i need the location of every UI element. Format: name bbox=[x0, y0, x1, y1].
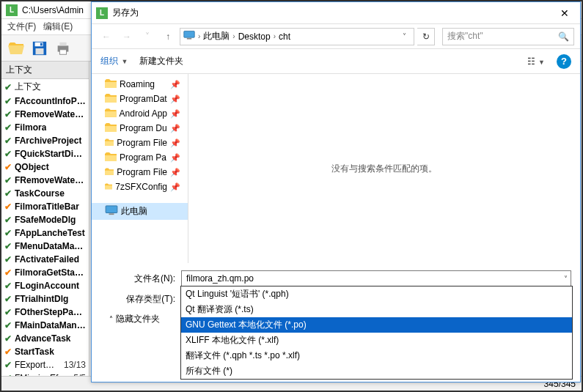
check-icon: ✔ bbox=[4, 122, 12, 133]
context-label: QObject bbox=[15, 162, 49, 172]
pin-icon: 📌 bbox=[170, 80, 180, 89]
check-icon: ✔ bbox=[4, 267, 12, 278]
context-label: FilmoraTitleBar bbox=[15, 201, 79, 212]
tree-item[interactable]: Program File📌 bbox=[92, 136, 188, 150]
save-as-dialog: L 另存为 ✕ ← → ˅ ↑ › 此电脑 › Desktop › cht ˅ … bbox=[91, 1, 581, 382]
svg-rect-9 bbox=[106, 206, 117, 213]
check-icon: ✔ bbox=[4, 201, 12, 212]
print-icon[interactable] bbox=[53, 38, 73, 59]
menu-file[interactable]: 文件(F) bbox=[7, 21, 36, 33]
nav-recent-icon[interactable]: ˅ bbox=[139, 28, 156, 45]
dropdown-option[interactable]: GNU Gettext 本地化文件 (*.po) bbox=[181, 317, 572, 333]
context-row[interactable]: ✔FMenuDataManager bbox=[1, 240, 89, 253]
context-row[interactable]: ✔Filmora bbox=[1, 121, 89, 134]
context-label: StartTask bbox=[15, 347, 54, 357]
tree-item[interactable]: Program Pa📌 bbox=[92, 150, 188, 165]
context-row[interactable]: ✔FQuickStartDialog bbox=[1, 147, 89, 160]
close-button[interactable]: ✕ bbox=[549, 2, 580, 24]
context-row[interactable]: ✔StartTask bbox=[1, 345, 89, 358]
chevron-up-icon: ˄ bbox=[109, 315, 113, 323]
context-row[interactable]: ✔FilmoraGetStarted bbox=[1, 266, 89, 279]
context-label: FArchiveProject bbox=[15, 136, 81, 146]
context-row[interactable]: ✔FRemoveWatermark bbox=[1, 108, 89, 121]
tree-item-label: Roaming bbox=[120, 79, 155, 89]
dropdown-option[interactable]: Qt Linguist '短语书' (*.qph) bbox=[181, 286, 572, 302]
check-icon: ✔ bbox=[4, 254, 12, 265]
tree-item[interactable]: Program File📌 bbox=[92, 165, 188, 180]
context-row[interactable]: ✔FActivateFailed bbox=[1, 253, 89, 266]
nav-back-icon[interactable]: ← bbox=[98, 28, 115, 45]
nav-tree: Roaming📌ProgramDat📌Android App📌Program D… bbox=[92, 74, 188, 263]
breadcrumb[interactable]: › 此电脑 › Desktop › cht ˅ bbox=[180, 28, 414, 45]
filename-input[interactable]: filmora_zh.qm.po ˅ bbox=[181, 270, 571, 286]
new-folder-button[interactable]: 新建文件夹 bbox=[139, 55, 183, 67]
organize-button[interactable]: 组织 ▼ bbox=[100, 55, 128, 67]
tree-item[interactable]: 7zSFXConfig📌 bbox=[92, 180, 188, 194]
context-row[interactable]: ✔FMainDataManager bbox=[1, 319, 89, 332]
dropdown-option[interactable]: 所有文件 (*) bbox=[181, 363, 572, 379]
save-icon[interactable] bbox=[29, 38, 50, 59]
check-icon: ✔ bbox=[4, 241, 12, 251]
nav-up-icon[interactable]: ↑ bbox=[159, 28, 177, 45]
svg-rect-7 bbox=[184, 31, 194, 37]
pin-icon: 📌 bbox=[170, 138, 180, 148]
check-icon: ✔ bbox=[4, 320, 12, 330]
breadcrumb-seg[interactable]: cht bbox=[279, 32, 290, 42]
dialog-toolbar: 组织 ▼ 新建文件夹 ☷ ▼ ? bbox=[92, 49, 580, 74]
chevron-right-icon[interactable]: › bbox=[272, 32, 277, 40]
context-label: FAccountInfoPanel bbox=[15, 96, 86, 106]
context-row[interactable]: ✔FLoginAccount bbox=[1, 279, 89, 292]
bg-title: C:\Users\Admin bbox=[22, 5, 84, 15]
context-row[interactable]: ✔FAccountInfoPanel bbox=[1, 95, 89, 108]
context-row[interactable]: ✔QObject bbox=[1, 160, 89, 174]
context-row[interactable]: ✔FilmoraTitleBar bbox=[1, 200, 89, 213]
context-count: 13/13 bbox=[61, 360, 86, 370]
context-label: FMenuDataManager bbox=[15, 241, 86, 251]
context-label: FTrialhintDlg bbox=[15, 294, 68, 304]
open-icon[interactable] bbox=[6, 38, 26, 59]
context-row[interactable]: ✔FAppLancheTest bbox=[1, 226, 89, 240]
refresh-icon[interactable]: ↻ bbox=[417, 28, 435, 45]
tree-item[interactable]: ProgramDat📌 bbox=[92, 92, 188, 106]
context-label: TaskCourse bbox=[15, 188, 65, 199]
context-row[interactable]: ✔FRemoveWatermark bbox=[1, 174, 89, 187]
context-row[interactable]: ✔FOtherStepPanel bbox=[1, 306, 89, 319]
check-icon: ✔ bbox=[4, 228, 12, 238]
tree-item[interactable]: Android App📌 bbox=[92, 106, 188, 121]
dropdown-option[interactable]: 翻译文件 (*.qph *.ts *.po *.xlf) bbox=[181, 348, 572, 363]
search-input[interactable]: 搜索"cht" 🔍 bbox=[442, 28, 574, 45]
dropdown-option[interactable]: Qt 翻译资源 (*.ts) bbox=[181, 302, 572, 317]
context-row[interactable]: ✔FExportConfirmDlg13/13 bbox=[1, 358, 89, 371]
tree-item-pc[interactable]: 此电脑 bbox=[92, 203, 188, 220]
check-icon: ✔ bbox=[4, 281, 12, 291]
context-row[interactable]: ✔FTrialhintDlg bbox=[1, 292, 89, 306]
file-list-empty: 没有与搜索条件匹配的项。 bbox=[188, 74, 580, 263]
chevron-right-icon[interactable]: › bbox=[197, 32, 202, 40]
context-row[interactable]: ✔上下文 bbox=[1, 79, 89, 95]
view-button[interactable]: ☷ ▼ bbox=[527, 56, 545, 67]
menu-edit[interactable]: 编辑(E) bbox=[43, 21, 73, 33]
chevron-down-icon[interactable]: ˅ bbox=[564, 275, 568, 283]
context-row[interactable]: ✔FSafeModeDlg bbox=[1, 213, 89, 226]
context-row[interactable]: ✔TaskCourse bbox=[1, 187, 89, 200]
context-row[interactable]: ✔FArchiveProject bbox=[1, 134, 89, 147]
tree-item-label: Android App bbox=[120, 108, 167, 119]
context-label: 上下文 bbox=[15, 81, 41, 93]
context-label: FMainDataManager bbox=[15, 320, 86, 330]
svg-rect-2 bbox=[36, 48, 44, 54]
dialog-nav: ← → ˅ ↑ › 此电脑 › Desktop › cht ˅ ↻ 搜索"cht… bbox=[92, 24, 580, 49]
savetype-label: 保存类型(T): bbox=[100, 293, 181, 306]
nav-forward-icon[interactable]: → bbox=[118, 28, 136, 45]
breadcrumb-seg[interactable]: Desktop bbox=[238, 32, 271, 42]
tree-item[interactable]: Program Du📌 bbox=[92, 121, 188, 136]
chevron-right-icon[interactable]: › bbox=[231, 32, 236, 40]
help-icon[interactable]: ? bbox=[557, 54, 571, 69]
context-row[interactable]: ✔AdvanceTask bbox=[1, 332, 89, 345]
app-icon: L bbox=[96, 7, 108, 19]
chevron-down-icon[interactable]: ˅ bbox=[398, 32, 411, 40]
breadcrumb-seg[interactable]: 此电脑 bbox=[203, 30, 230, 42]
check-icon: ✔ bbox=[4, 347, 12, 357]
tree-item[interactable]: Roaming📌 bbox=[92, 77, 188, 92]
check-icon: ✔ bbox=[4, 109, 12, 119]
dropdown-option[interactable]: XLIFF 本地化文件 (*.xlf) bbox=[181, 333, 572, 348]
